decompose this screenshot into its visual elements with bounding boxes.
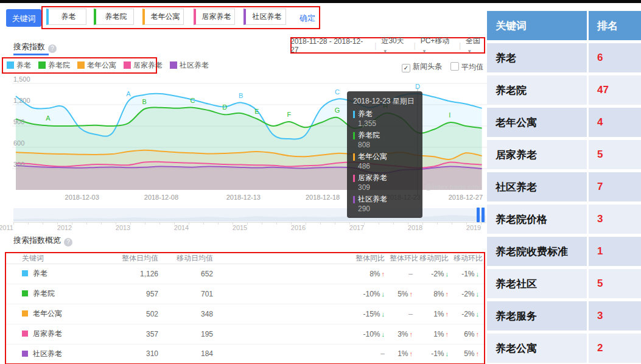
legend-swatch-icon	[77, 61, 85, 69]
timeline-year-label: 2017	[349, 224, 364, 231]
down-arrow-icon: ↓	[382, 290, 385, 298]
tooltip-series-bar	[353, 132, 355, 139]
overview-col-header: 关键词	[6, 253, 108, 264]
ranking-row: 养老院收费标准1	[487, 237, 641, 266]
down-arrow-icon: ↓	[382, 331, 385, 338]
tooltip-series-bar	[353, 111, 355, 118]
table-row: 养老院957701-10%↓5%↑8%↑-2%↓	[6, 284, 484, 304]
y-tick-label: 900	[13, 118, 24, 125]
keyword-input-1[interactable]	[46, 9, 86, 25]
timeline-year-label: 2018	[408, 224, 422, 231]
main-panel: 关键词 确定 搜索指数? 2018-11-28 - 2018-12-27 | 近…	[0, 3, 487, 364]
keyword-button[interactable]: 关键词	[6, 9, 41, 27]
device-dropdown[interactable]: PC+移动▾	[421, 36, 454, 55]
series-color-icon	[22, 351, 28, 357]
news-marker-A: A	[46, 114, 51, 122]
down-arrow-icon: ↓	[476, 310, 480, 318]
up-arrow-icon: ↑	[382, 270, 385, 278]
down-arrow-icon: ↓	[382, 310, 385, 318]
overview-col-header: 移动日均值	[163, 253, 218, 264]
table-row: 养老1,1266528%↑–-2%↓-1%↓	[6, 264, 484, 284]
y-tick-label: 1,500	[13, 75, 30, 83]
legend-item[interactable]: 老年公寓	[77, 60, 116, 71]
slider-handle-left[interactable]	[477, 208, 480, 222]
news-marker-A: A	[126, 90, 131, 97]
ranking-row: 居家养老5	[487, 140, 641, 169]
tooltip-series-bar	[353, 175, 355, 182]
period-dropdown[interactable]: 近30天▾	[381, 36, 408, 55]
overview-header-row: 关键词整体日均值移动日均值整体同比整体环比移动同比移动环比	[6, 253, 484, 264]
ranking-row: 社区养老7	[487, 172, 641, 201]
series-color-icon	[22, 310, 28, 317]
keyword-input-4[interactable]	[194, 9, 235, 25]
ranking-header-rank: 排名	[589, 11, 641, 40]
checkbox-checked-icon: ✓	[402, 64, 410, 72]
ranking-row: 老年公寓4	[487, 108, 641, 137]
news-marker-G: G	[335, 107, 340, 114]
news-marker-C: C	[335, 88, 340, 96]
news-marker-F: F	[287, 111, 291, 118]
confirm-link[interactable]: 确定	[299, 13, 315, 24]
tab-search-index[interactable]: 搜索指数?	[13, 41, 57, 53]
ranking-panel: 关键词排名养老6养老院47老年公寓4居家养老5社区养老7养老院价格3养老院收费标…	[487, 11, 641, 363]
timeline-year-label: 2019	[466, 224, 481, 231]
tooltip-series-bar	[353, 153, 355, 161]
tooltip-series-bar	[353, 196, 355, 203]
y-tick-label: 600	[13, 139, 24, 147]
ranking-row: 养老6	[487, 43, 641, 72]
chart-controls: 2018-11-28 - 2018-12-27 | 近30天▾ | PC+移动▾…	[290, 37, 485, 54]
timeline-year-label: 2012	[57, 224, 72, 231]
help-icon[interactable]: ?	[64, 238, 72, 247]
date-range[interactable]: 2018-11-28 - 2018-12-27	[290, 37, 370, 54]
table-row: 居家养老357195-10%↓3%↑1%↑6%↑	[6, 324, 484, 344]
overview-col-header: 移动环比	[454, 253, 484, 264]
overview-table: 关键词整体日均值移动日均值整体同比整体环比移动同比移动环比 养老1,126652…	[6, 253, 484, 363]
y-tick-label: 1,200	[13, 97, 30, 104]
annotation-box-overview: 关键词整体日均值移动日均值整体同比整体环比移动同比移动环比 养老1,126652…	[5, 252, 485, 364]
overview-col-header: 整体日均值	[108, 253, 163, 264]
down-arrow-icon: ↓	[446, 350, 449, 357]
help-icon[interactable]: ?	[48, 44, 57, 53]
keyword-input-3[interactable]	[142, 9, 184, 25]
x-tick-label: 2018-12-27	[449, 194, 483, 201]
overview-col-header: 移动同比	[418, 253, 454, 264]
tooltip-date: 2018-12-23 星期日	[353, 96, 416, 107]
series-color-icon	[22, 290, 28, 296]
table-row: 老年公寓502348-15%↓–1%↑-2%↓	[6, 304, 484, 324]
news-marker-C: C	[190, 97, 195, 104]
down-arrow-icon: ↓	[446, 270, 449, 278]
ranking-row: 养老院价格3	[487, 205, 641, 234]
news-marker-E: E	[254, 108, 259, 115]
legend-item[interactable]: 养老	[7, 60, 31, 71]
timeline-year-label: 2016	[291, 224, 306, 231]
ranking-row: 养老社区5	[487, 269, 641, 298]
down-arrow-icon: ↓	[476, 270, 480, 278]
legend-item[interactable]: 居家养老	[124, 60, 163, 71]
keyword-input-2[interactable]	[94, 9, 134, 25]
news-marker-I: I	[449, 111, 450, 119]
average-checkbox[interactable]: 平均值	[450, 62, 483, 72]
chart-tooltip: 2018-12-23 星期日 养老1,355养老院808老年公寓486居家养老3…	[347, 91, 422, 218]
news-checkbox[interactable]: ✓新闻头条	[402, 61, 442, 72]
region-dropdown[interactable]: 全国▾	[466, 36, 485, 55]
slider-handle-right[interactable]	[482, 208, 485, 222]
legend-swatch-icon	[7, 61, 14, 69]
trend-chart[interactable]: ABCDABCDEFGHI 1,5001,200900600300 2018-1…	[12, 78, 487, 197]
up-arrow-icon: ↑	[410, 290, 413, 298]
legend-swatch-icon	[170, 61, 177, 69]
legend-item[interactable]: 养老院	[38, 60, 70, 71]
timeline-year-label: 2013	[116, 224, 130, 231]
chart-legend: 养老养老院老年公寓居家养老社区养老	[2, 57, 156, 73]
news-marker-D: D	[415, 83, 420, 90]
overview-col-header: 整体环比	[390, 253, 418, 264]
news-marker-B: B	[239, 92, 243, 99]
legend-item[interactable]: 社区养老	[170, 60, 209, 71]
keyword-input-5[interactable]	[243, 9, 286, 25]
up-arrow-icon: ↑	[446, 290, 449, 298]
ranking-row: 养老院47	[487, 75, 641, 105]
ranking-row: 养老服务3	[487, 301, 641, 331]
ranking-header-keyword: 关键词	[487, 11, 587, 40]
timeline-years: 201120122013201420152016201720182019	[0, 224, 487, 233]
news-marker-B: B	[142, 98, 147, 105]
checkbox-unchecked-icon	[450, 62, 459, 71]
